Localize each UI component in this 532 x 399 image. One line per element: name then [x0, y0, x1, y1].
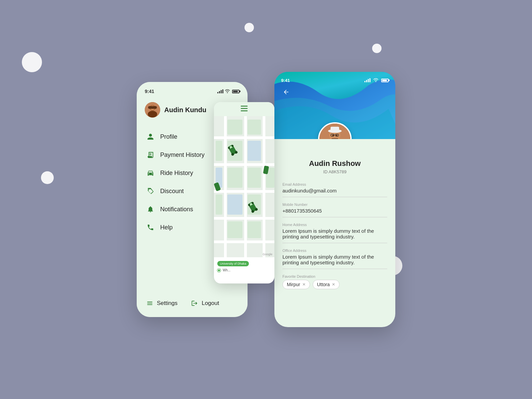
settings-icon: [146, 300, 153, 307]
deco-circle-2: [41, 171, 54, 184]
svg-rect-11: [224, 116, 227, 257]
email-label: Email Address: [282, 182, 387, 186]
svg-rect-47: [330, 127, 339, 132]
menu-label-notifications: Notifications: [160, 206, 193, 213]
avatar: [145, 102, 160, 118]
email-field: Email Address audinkundu@gmail.com: [282, 182, 387, 197]
profile-status-bar: 9:41: [274, 72, 395, 83]
favorite-destination-field: Favorite Destination Mirpur ✕ Uttora ✕: [282, 274, 387, 293]
svg-rect-50: [332, 138, 338, 139]
map-card-header: [214, 102, 274, 116]
receipt-icon: [146, 150, 155, 159]
office-address-value: Lorem Ipsum is simply dummy text of the …: [282, 254, 387, 265]
svg-rect-27: [248, 221, 261, 238]
map-area: Google: [214, 116, 274, 257]
menu-label-ride: Ride History: [160, 170, 193, 177]
tag-mirpur-close[interactable]: ✕: [302, 282, 306, 287]
profile-header-bg: 9:41: [274, 72, 395, 139]
svg-rect-19: [227, 168, 242, 188]
tag-mirpur[interactable]: Mirpur ✕: [282, 280, 310, 289]
svg-rect-18: [216, 141, 222, 161]
map-card-bottom: University of Dhaka Wh...: [214, 257, 274, 275]
deco-circle-3: [245, 23, 254, 32]
mobile-field: Mobile Number +8801735350645: [282, 203, 387, 217]
car-icon: [146, 169, 155, 177]
tag-uttora-label: Uttora: [317, 282, 330, 287]
pickup-row: Wh...: [217, 268, 271, 272]
map-card: Google University of Dhaka Wh...: [214, 102, 274, 283]
tag-uttora-close[interactable]: ✕: [332, 282, 335, 287]
menu-label-profile: Profile: [160, 133, 177, 140]
battery-icon: [232, 90, 239, 93]
settings-label: Settings: [157, 300, 177, 307]
signal-icon-2: [364, 78, 370, 82]
logout-label: Logout: [202, 300, 219, 307]
menu-label-help: Help: [160, 224, 173, 231]
email-value: audinkundu@gmail.com: [282, 188, 387, 193]
svg-rect-25: [216, 194, 222, 215]
discount-icon: [146, 187, 155, 195]
svg-rect-13: [263, 116, 265, 257]
pickup-dot: [217, 269, 221, 272]
hamburger-icon: [240, 105, 248, 113]
deco-circle-1: [22, 52, 42, 72]
battery-icon-2: [381, 79, 389, 82]
phones-container: 9:41: [137, 72, 395, 327]
user-name-header: Audin Kundu: [164, 106, 207, 114]
status-icons-2: [364, 77, 389, 83]
tag-mirpur-label: Mirpur: [287, 282, 300, 287]
profile-content: Audin Rushow ID A8K5789 Email Address au…: [274, 139, 395, 305]
profile-id: ID A8K5789: [282, 169, 387, 174]
status-icons-1: [217, 89, 239, 94]
mobile-value: +8801735350645: [282, 208, 387, 214]
svg-rect-23: [227, 194, 242, 215]
status-time-2: 9:41: [281, 78, 290, 83]
svg-rect-26: [227, 221, 242, 238]
svg-rect-12: [244, 116, 247, 257]
svg-rect-4: [148, 106, 157, 109]
bell-icon: [146, 205, 155, 214]
logout-icon: [191, 300, 198, 307]
menu-label-payment: Payment History: [160, 151, 205, 159]
office-address-label: Office Address: [282, 249, 387, 253]
deco-circle-4: [372, 44, 382, 53]
signal-icon: [217, 89, 223, 93]
phone-1-drawer: 9:41: [137, 82, 248, 317]
office-address-field: Office Address Lorem Ipsum is simply dum…: [282, 249, 387, 269]
svg-rect-15: [248, 120, 261, 135]
logout-item[interactable]: Logout: [191, 300, 219, 307]
help-icon: [146, 223, 155, 232]
tags-row: Mirpur ✕ Uttora ✕: [282, 280, 387, 289]
phone-2-profile: 9:41: [274, 72, 395, 327]
home-address-label: Home Address: [282, 223, 387, 227]
profile-avatar-container: [318, 122, 352, 139]
status-time-1: 9:41: [145, 89, 154, 94]
status-bar-1: 9:41: [137, 89, 248, 94]
wifi-icon-2: [373, 77, 379, 83]
svg-rect-14: [227, 120, 242, 135]
profile-name: Audin Rushow: [282, 159, 387, 168]
google-text: Google: [263, 253, 272, 256]
settings-item[interactable]: Settings: [146, 300, 177, 307]
svg-point-2: [148, 111, 157, 118]
back-button[interactable]: [281, 87, 291, 97]
bottom-menu: Settings Logout: [137, 300, 248, 307]
menu-label-discount: Discount: [160, 188, 184, 195]
pickup-label: Wh...: [223, 268, 230, 272]
location-badge: University of Dhaka: [217, 261, 249, 266]
svg-rect-17: [248, 141, 261, 161]
svg-point-49: [336, 135, 338, 136]
home-address-value: Lorem Ipsum is simply dummy text of the …: [282, 228, 387, 239]
favorite-destination-label: Favorite Destination: [282, 274, 387, 278]
mobile-label: Mobile Number: [282, 203, 387, 207]
tag-uttora[interactable]: Uttora ✕: [313, 280, 340, 289]
profile-avatar: [318, 122, 352, 139]
svg-rect-20: [248, 168, 261, 188]
person-icon: [146, 132, 155, 141]
home-address-field: Home Address Lorem Ipsum is simply dummy…: [282, 223, 387, 243]
wifi-icon: [225, 89, 230, 94]
